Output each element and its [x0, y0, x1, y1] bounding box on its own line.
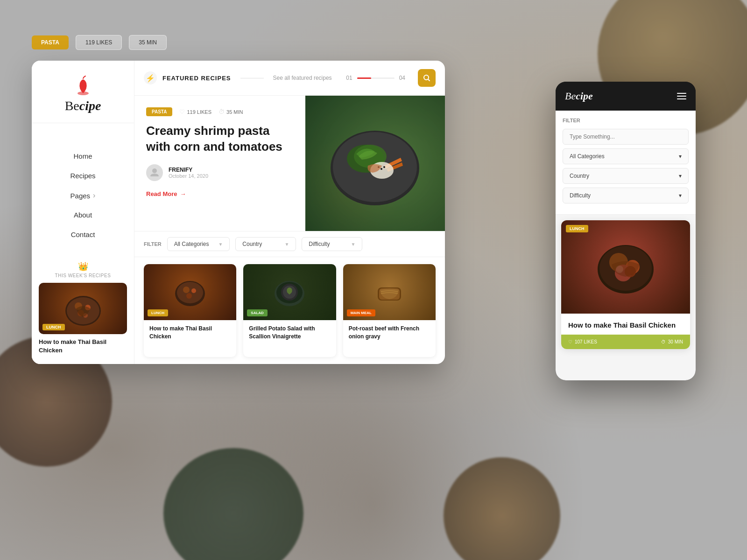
recipe-info: PASTA ♡ 119 LIKES ⏱ 35 MIN Creamy shrimp… [134, 96, 305, 231]
nav-recipes[interactable]: Recipes [32, 166, 134, 186]
card-badge-2: SALAD [247, 309, 268, 316]
recipe-time: ⏱ 35 MIN [218, 108, 243, 115]
nav-pages[interactable]: Pages [32, 186, 134, 205]
author-avatar [146, 164, 163, 181]
recipe-grid: LUNCH How to make Thai Basil Chicken SAL… [134, 257, 445, 364]
see-all-link[interactable]: See all featured recipes [273, 75, 332, 81]
card-image-2: SALAD [243, 264, 336, 320]
author-row: FRENIFY October 14, 2020 [146, 164, 294, 181]
mobile-header: Becipe [556, 82, 696, 111]
hamburger-line-2 [677, 96, 686, 97]
svg-point-0 [78, 91, 89, 95]
mobile-recipe-card[interactable]: LUNCH How to make Thai Basil Chicken ♡ 1… [561, 220, 690, 349]
nav-about[interactable]: About [32, 205, 134, 225]
recipe-card-3[interactable]: MAIN MEAL Pot-roast beef with French oni… [343, 264, 436, 357]
category-select[interactable]: All Categories ▼ [167, 237, 230, 251]
recipe-card-1[interactable]: LUNCH How to make Thai Basil Chicken [144, 264, 236, 357]
svg-point-19 [183, 287, 190, 293]
top-bar: PASTA 119 LIKES 35 MIN [32, 35, 167, 50]
this-week-image: LUNCH [39, 283, 127, 334]
recipe-tags: PASTA ♡ 119 LIKES ⏱ 35 MIN [146, 107, 294, 116]
author-name: FRENIFY [169, 167, 208, 173]
pasta-button[interactable]: PASTA [32, 35, 69, 49]
this-week-section: 👑 THIS WEEK'S RECIPES LUNCH [32, 261, 134, 364]
chevron-down-icon: ▾ [679, 153, 682, 160]
logo-icon [71, 75, 95, 98]
slider-track[interactable] [357, 77, 395, 79]
filter-label: FILTER [144, 241, 162, 247]
card-image-3: MAIN MEAL [343, 264, 436, 320]
mobile-difficulty-select[interactable]: Difficulty ▾ [563, 188, 689, 203]
country-select[interactable]: Country ▼ [235, 237, 296, 251]
chevron-down-icon: ▾ [679, 173, 682, 179]
recipe-image [305, 96, 445, 231]
mobile-card-title: How to make Thai Basil Chicken [561, 314, 690, 335]
svg-point-20 [191, 288, 196, 293]
mobile-country-select[interactable]: Country ▾ [563, 168, 689, 184]
filter-bar: FILTER All Categories ▼ Country ▼ Diffic… [134, 231, 445, 257]
sidebar: Becipe Home Recipes Pages About Contact … [32, 61, 134, 364]
time-button[interactable]: 35 MIN [129, 35, 167, 50]
likes-button[interactable]: 119 LIKES [76, 35, 122, 50]
logo-text: Becipe [65, 98, 101, 113]
logo-area: Becipe [32, 75, 134, 123]
clock-icon: ⏱ [218, 108, 225, 115]
recipe-likes: ♡ 119 LIKES [179, 108, 211, 115]
mobile-card-footer: ♡ 107 LIKES ⏱ 30 MIN [561, 335, 690, 349]
mobile-card-image: LUNCH [561, 220, 690, 314]
card-image-1: LUNCH [144, 264, 236, 320]
mobile-filter-title: FILTER [563, 118, 689, 123]
slider-progress [357, 77, 371, 79]
svg-point-16 [383, 166, 385, 168]
heart-icon: ♡ [568, 339, 572, 344]
heart-icon: ♡ [179, 108, 185, 115]
hamburger-line-1 [677, 93, 686, 94]
slider-start: 01 [346, 75, 352, 81]
mobile-category-select[interactable]: All Categories ▾ [563, 148, 689, 164]
featured-divider [240, 78, 264, 78]
featured-recipe: PASTA ♡ 119 LIKES ⏱ 35 MIN Creamy shrimp… [134, 96, 445, 231]
card-badge-1: LUNCH [148, 309, 168, 316]
svg-point-8 [152, 168, 157, 173]
card-badge-3: MAIN MEAL [347, 309, 375, 316]
this-week-header: 👑 THIS WEEK'S RECIPES [39, 261, 127, 278]
slider-end: 04 [399, 75, 405, 81]
chevron-down-icon: ▼ [284, 242, 289, 247]
clock-icon: ⏱ [661, 339, 666, 344]
difficulty-select[interactable]: Difficulty ▼ [302, 237, 362, 251]
chevron-down-icon: ▼ [351, 242, 355, 247]
lightning-icon: ⚡ [144, 71, 157, 84]
recipe-card-2[interactable]: SALAD Grilled Potato Salad with Scallion… [243, 264, 336, 357]
mobile-card-likes: ♡ 107 LIKES [568, 339, 597, 344]
slider-controls: 01 04 [346, 75, 405, 81]
search-button[interactable] [418, 69, 436, 87]
mobile-search-input[interactable] [563, 129, 689, 145]
arrow-icon: → [180, 190, 186, 197]
hamburger-line-3 [677, 98, 686, 99]
nav-home[interactable]: Home [32, 147, 134, 166]
hamburger-menu[interactable] [677, 93, 686, 99]
mobile-filter: FILTER All Categories ▾ Country ▾ Diffic… [556, 111, 696, 215]
recipe-title: Creamy shrimp pasta with corn and tomato… [146, 123, 294, 155]
main-content: ⚡ FEATURED RECIPES See all featured reci… [134, 61, 445, 364]
mobile-logo: Becipe [565, 90, 593, 102]
nav-contact[interactable]: Contact [32, 225, 134, 245]
crown-icon: 👑 [78, 261, 88, 272]
chevron-down-icon: ▼ [218, 242, 223, 247]
svg-point-15 [381, 168, 382, 170]
svg-point-18 [177, 282, 203, 303]
svg-point-21 [186, 293, 192, 299]
chevron-down-icon: ▾ [679, 192, 682, 199]
content-header: ⚡ FEATURED RECIPES See all featured reci… [134, 61, 445, 96]
card-title-1: How to make Thai Basil Chicken [144, 320, 236, 344]
mobile-card-badge: LUNCH [566, 225, 588, 232]
recipe-image-inner [305, 96, 445, 231]
card-title-2: Grilled Potato Salad with Scallion Vinai… [243, 320, 336, 344]
this-week-title: How to make Thai Basil Chicken [39, 338, 127, 355]
read-more-button[interactable]: Read More → [146, 190, 294, 197]
recipe-badge: PASTA [146, 107, 172, 116]
featured-title: FEATURED RECIPES [162, 75, 231, 82]
card-title-3: Pot-roast beef with French onion gravy [343, 320, 436, 344]
this-week-badge: LUNCH [42, 324, 65, 330]
desktop-card: Becipe Home Recipes Pages About Contact … [32, 61, 445, 364]
